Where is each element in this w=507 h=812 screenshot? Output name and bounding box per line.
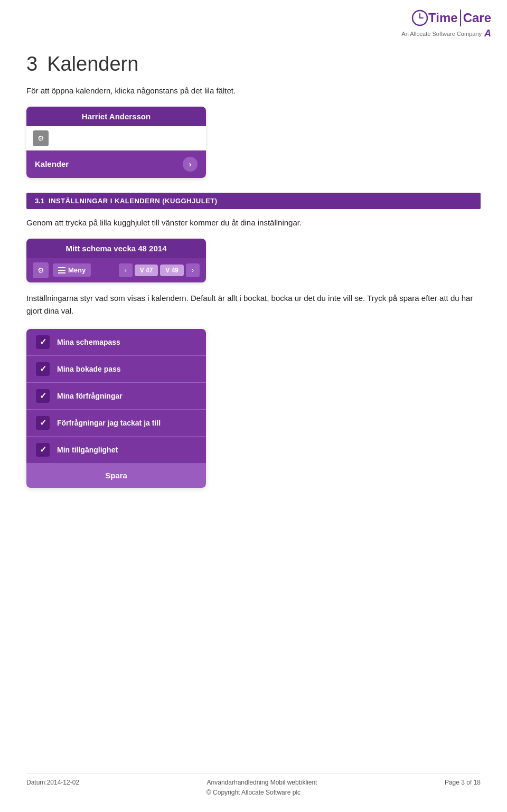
settings-panel: ✓ Mina schemapass ✓ Mina bokade pass ✓ M…	[26, 329, 206, 488]
settings-item-text-4: Min tillgänglighet	[57, 446, 118, 454]
schema-nav: ‹ V 47 V 49 ›	[119, 263, 200, 277]
schema-prev-arrow[interactable]: ‹	[119, 263, 133, 277]
settings-save-row[interactable]: Spara	[26, 464, 206, 488]
settings-item-text-2: Mina förfrågningar	[57, 392, 123, 400]
schema-week-prev[interactable]: V 47	[135, 265, 158, 276]
cal-arrow-button[interactable]: ›	[183, 157, 198, 172]
logo-time-text: Time	[428, 11, 458, 25]
cal-gear-button[interactable]: ⚙	[33, 130, 49, 146]
settings-item-text-0: Mina schemapass	[57, 338, 120, 346]
section-number: 3.1	[35, 197, 44, 205]
menu-line-3	[58, 272, 65, 273]
schema-header: Mitt schema vecka 48 2014	[26, 239, 206, 258]
settings-item-3[interactable]: ✓ Förfrågningar jag tackat ja till	[26, 410, 206, 437]
cal-kalender-label: Kalender	[35, 159, 69, 168]
settings-save-label: Spara	[105, 471, 127, 480]
checkbox-icon-1: ✓	[36, 362, 50, 376]
logo-care-text: Care	[463, 11, 491, 25]
schema-next-arrow[interactable]: ›	[186, 263, 200, 277]
logo-area: Time Care An Allocate Software Company A	[401, 10, 491, 39]
checkbox-icon-0: ✓	[36, 335, 50, 349]
section-31-body-text: Genom att trycka på lilla kugghjulet til…	[26, 216, 481, 229]
intro-text: För att öppna kalendern, klicka någonsta…	[26, 85, 481, 97]
chapter-number: 3	[26, 53, 37, 75]
menu-line-2	[58, 270, 65, 271]
settings-item-text-1: Mina bokade pass	[57, 365, 121, 373]
cal-kalender-row[interactable]: Kalender ›	[26, 150, 206, 178]
logo-divider	[460, 10, 461, 26]
footer-copyright: © Copyright Allocate Software plc	[26, 789, 481, 796]
checkbox-icon-4: ✓	[36, 443, 50, 457]
logo-wrapper: Time Care An Allocate Software Company A	[401, 10, 491, 39]
settings-item-2[interactable]: ✓ Mina förfrågningar	[26, 383, 206, 410]
chapter-title: Kalendern	[47, 53, 138, 75]
logo-subtitle-row: An Allocate Software Company A	[401, 28, 491, 39]
footer-top: Datum:2014-12-02 Användarhandledning Mob…	[26, 773, 481, 786]
schema-controls: ⚙ Meny ‹ V 47 V 49 ›	[26, 258, 206, 282]
cal-header: Harriet Andersson	[26, 107, 206, 126]
menu-line-1	[58, 267, 65, 268]
checkbox-check-0: ✓	[40, 337, 46, 347]
schema-gear-button[interactable]: ⚙	[33, 262, 49, 278]
clock-icon	[411, 10, 428, 26]
footer-page: Page 3 of 18	[445, 779, 481, 786]
schema-menu-label: Meny	[68, 266, 86, 274]
menu-lines-icon	[58, 267, 65, 273]
logo-top-row: Time Care	[411, 10, 491, 26]
settings-item-0[interactable]: ✓ Mina schemapass	[26, 329, 206, 356]
schema-menu-button[interactable]: Meny	[53, 263, 91, 277]
schema-week-next[interactable]: V 49	[160, 265, 184, 276]
footer: Datum:2014-12-02 Användarhandledning Mob…	[0, 773, 507, 796]
section-title: Inställningar i Kalendern (Kugghjulet)	[49, 197, 217, 205]
footer-copyright-text: © Copyright Allocate Software plc	[206, 789, 301, 796]
main-content: 3 Kalendern För att öppna kalendern, kli…	[0, 0, 507, 541]
description-text: Inställningarna styr vad som visas i kal…	[26, 292, 481, 317]
cal-gear-row: ⚙	[26, 126, 206, 150]
settings-item-1[interactable]: ✓ Mina bokade pass	[26, 356, 206, 383]
description-line1: Inställningarna styr vad som visas i kal…	[26, 294, 367, 303]
checkbox-check-1: ✓	[40, 364, 46, 374]
footer-date: Datum:2014-12-02	[26, 779, 79, 786]
checkbox-check-3: ✓	[40, 418, 46, 428]
checkbox-check-4: ✓	[40, 445, 46, 455]
calendar-widget: Harriet Andersson ⚙ Kalender ›	[26, 107, 206, 178]
logo-allocate-icon: A	[484, 28, 491, 39]
footer-title: Användarhandledning Mobil webbklient	[207, 779, 317, 786]
settings-item-text-3: Förfrågningar jag tackat ja till	[57, 419, 161, 427]
checkbox-icon-2: ✓	[36, 389, 50, 403]
logo-subtitle-text: An Allocate Software Company	[401, 31, 482, 37]
section-31-header: 3.1 Inställningar i Kalendern (Kugghjule…	[26, 193, 481, 209]
section-header-inner: 3.1 Inställningar i Kalendern (Kugghjule…	[35, 197, 472, 205]
chapter-heading: 3 Kalendern	[26, 53, 481, 75]
checkbox-icon-3: ✓	[36, 416, 50, 430]
settings-item-4[interactable]: ✓ Min tillgänglighet	[26, 437, 206, 464]
checkbox-check-2: ✓	[40, 391, 46, 401]
schema-widget: Mitt schema vecka 48 2014 ⚙ Meny ‹ V 47 …	[26, 239, 206, 282]
